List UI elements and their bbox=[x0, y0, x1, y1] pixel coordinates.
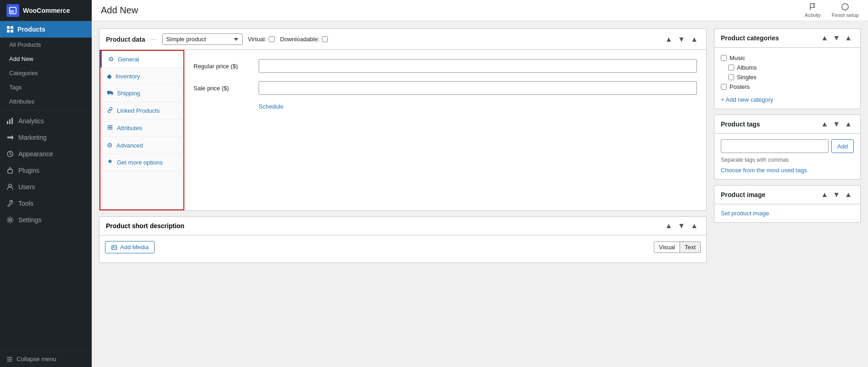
product-type-select[interactable]: Simple product Variable product Grouped … bbox=[162, 33, 243, 45]
tab-inventory-label: Inventory bbox=[116, 73, 140, 80]
content-area: Product data — Simple product Variable p… bbox=[92, 21, 868, 367]
category-label-singles[interactable]: Singles bbox=[737, 74, 757, 81]
tags-body: Add Separate tags with commas Choose fro… bbox=[714, 134, 860, 179]
sidebar-item-label: Marketing bbox=[18, 134, 46, 141]
tab-inventory[interactable]: ◆ Inventory bbox=[100, 68, 183, 85]
cat-down-btn[interactable]: ▼ bbox=[831, 33, 842, 43]
inventory-icon: ◆ bbox=[107, 72, 112, 80]
sidebar-item-tags[interactable]: Tags bbox=[0, 80, 92, 94]
sidebar-item-attributes[interactable]: Attributes bbox=[0, 94, 92, 109]
svg-point-16 bbox=[111, 94, 113, 95]
cat-toggle-btn[interactable]: ▲ bbox=[843, 33, 854, 43]
activity-button[interactable]: Activity bbox=[805, 3, 821, 18]
category-item-music: Music bbox=[721, 53, 854, 63]
collapse-down-btn[interactable]: ▼ bbox=[676, 35, 687, 44]
tags-toggle-btn[interactable]: ▲ bbox=[843, 120, 854, 129]
sidebar-item-label: Add New bbox=[9, 55, 33, 62]
svg-rect-8 bbox=[11, 118, 13, 124]
svg-rect-4 bbox=[7, 30, 10, 33]
svg-rect-19 bbox=[108, 129, 113, 130]
collapse-up-btn[interactable]: ▲ bbox=[663, 35, 674, 44]
category-label-posters[interactable]: Posters bbox=[730, 83, 750, 90]
sidebar-products-header[interactable]: Products bbox=[0, 21, 92, 38]
category-label-music[interactable]: Music bbox=[730, 55, 745, 61]
tags-up-btn[interactable]: ▲ bbox=[819, 120, 830, 129]
sidebar-item-marketing[interactable]: Marketing bbox=[0, 129, 92, 146]
short-desc-header: Product short description ▲ ▼ ▲ bbox=[100, 217, 706, 236]
tag-input-row: Add bbox=[721, 139, 854, 153]
add-tag-button[interactable]: Add bbox=[831, 139, 854, 153]
collapse-icon bbox=[6, 356, 13, 362]
sidebar-item-all-products[interactable]: All Products bbox=[0, 38, 92, 52]
virtual-checkbox-label[interactable]: Virtual: bbox=[248, 36, 275, 43]
downloadable-checkbox-label[interactable]: Downloadable: bbox=[280, 36, 328, 43]
tag-input[interactable] bbox=[721, 139, 829, 153]
svg-rect-2 bbox=[7, 26, 10, 29]
plugins-icon bbox=[6, 167, 14, 174]
sidebar-item-users[interactable]: Users bbox=[0, 179, 92, 195]
analytics-icon bbox=[6, 117, 14, 125]
short-desc-toggle-btn[interactable]: ▲ bbox=[689, 221, 700, 230]
short-desc-up-btn[interactable]: ▲ bbox=[663, 221, 674, 230]
text-tab[interactable]: Text bbox=[680, 241, 701, 253]
collapse-menu-btn[interactable]: Collapse menu bbox=[0, 351, 92, 367]
product-data-collapse-btns: ▲ ▼ ▲ bbox=[663, 35, 700, 44]
svg-rect-6 bbox=[7, 121, 8, 124]
product-tags-metabox: Product tags ▲ ▼ ▲ Add Separate tags wit… bbox=[714, 115, 861, 180]
products-icon bbox=[6, 26, 14, 33]
sidebar-divider bbox=[0, 110, 92, 111]
sidebar-item-plugins[interactable]: Plugins bbox=[0, 162, 92, 179]
schedule-link[interactable]: Schedule bbox=[259, 103, 283, 110]
category-checkbox-music[interactable] bbox=[721, 55, 727, 61]
category-item-albums: Albums bbox=[721, 63, 854, 72]
tags-down-btn[interactable]: ▼ bbox=[831, 120, 842, 129]
add-category-link[interactable]: + Add new category bbox=[721, 96, 854, 103]
tab-advanced[interactable]: ⚙ Advanced bbox=[100, 137, 183, 154]
add-media-button[interactable]: Add Media bbox=[105, 241, 155, 253]
tab-attributes-label: Attributes bbox=[117, 125, 142, 131]
app-name: WooCommerce bbox=[23, 7, 70, 14]
sidebar-item-settings[interactable]: Settings bbox=[0, 212, 92, 228]
sidebar-item-analytics[interactable]: Analytics bbox=[0, 113, 92, 129]
svg-rect-11 bbox=[8, 170, 12, 173]
short-description-metabox: Product short description ▲ ▼ ▲ bbox=[99, 216, 707, 263]
collapse-toggle-btn[interactable]: ▲ bbox=[689, 35, 700, 44]
tab-general[interactable]: ⚙ General bbox=[100, 51, 183, 68]
sidebar-item-label: Attributes bbox=[9, 98, 34, 105]
sidebar-logo[interactable]: W WooCommerce bbox=[0, 0, 92, 21]
svg-point-14 bbox=[842, 4, 848, 10]
img-up-btn[interactable]: ▲ bbox=[819, 190, 830, 199]
img-down-btn[interactable]: ▼ bbox=[831, 190, 842, 199]
tags-title: Product tags bbox=[721, 121, 760, 128]
regular-price-input[interactable] bbox=[259, 59, 697, 73]
set-product-image-link[interactable]: Set product image bbox=[721, 210, 769, 217]
category-checkbox-posters[interactable] bbox=[721, 84, 727, 90]
category-checkbox-albums[interactable] bbox=[728, 65, 734, 71]
visual-tab[interactable]: Visual bbox=[654, 241, 680, 253]
sidebar-item-add-new[interactable]: Add New bbox=[0, 52, 92, 66]
sidebar-item-appearance[interactable]: Appearance bbox=[0, 146, 92, 162]
settings-icon bbox=[6, 216, 14, 224]
product-data-body: ⚙ General ◆ Inventory Shipping bbox=[100, 50, 706, 210]
choose-tags-link[interactable]: Choose from the most used tags bbox=[721, 167, 807, 174]
sidebar-item-label: Appearance bbox=[18, 150, 53, 158]
tab-shipping[interactable]: Shipping bbox=[100, 85, 183, 102]
tab-get-more-options[interactable]: Get more options bbox=[100, 154, 183, 171]
tab-attributes[interactable]: Attributes bbox=[100, 120, 183, 137]
category-checkbox-singles[interactable] bbox=[728, 74, 734, 80]
cat-up-btn[interactable]: ▲ bbox=[819, 33, 830, 43]
category-label-albums[interactable]: Albums bbox=[737, 64, 757, 71]
sidebar-item-label: Categories bbox=[9, 70, 38, 77]
short-desc-body: Add Media Visual Text bbox=[100, 236, 706, 263]
virtual-checkbox[interactable] bbox=[269, 36, 275, 42]
sale-price-input[interactable] bbox=[259, 81, 697, 95]
tab-linked-products[interactable]: Linked Products bbox=[100, 102, 183, 120]
sidebar-item-tools[interactable]: Tools bbox=[0, 195, 92, 212]
general-icon: ⚙ bbox=[108, 55, 114, 63]
sidebar-item-categories[interactable]: Categories bbox=[0, 66, 92, 80]
img-toggle-btn[interactable]: ▲ bbox=[843, 190, 854, 199]
short-desc-down-btn[interactable]: ▼ bbox=[676, 221, 687, 230]
linked-products-icon bbox=[107, 107, 113, 115]
downloadable-checkbox[interactable] bbox=[322, 36, 328, 42]
finish-setup-button[interactable]: Finish setup bbox=[832, 3, 859, 18]
